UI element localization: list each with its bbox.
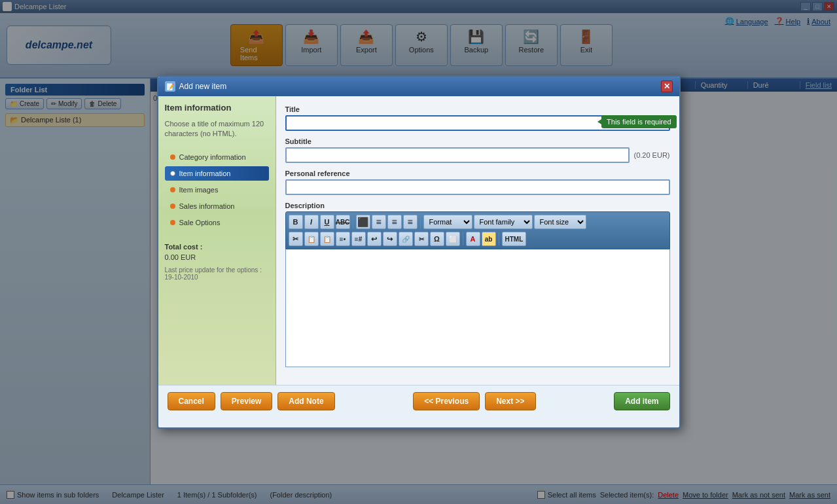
dot-sale-options xyxy=(170,220,175,225)
next-button[interactable]: Next >> xyxy=(485,392,535,410)
title-field-row: This field is required xyxy=(285,115,670,131)
cost-note: Last price update for the options : 19-1… xyxy=(165,266,269,281)
modal-icon: 📝 xyxy=(165,81,175,92)
left-panel-title: Item information xyxy=(165,103,269,113)
unlink-btn[interactable]: ✂ xyxy=(414,232,429,246)
toolbar-sep-2 xyxy=(420,215,421,228)
link-btn[interactable]: 🔗 xyxy=(399,232,413,246)
subtitle-input[interactable] xyxy=(285,147,630,163)
required-tooltip: This field is required xyxy=(601,115,676,128)
nav-item-info[interactable]: Item information xyxy=(165,166,269,181)
add-note-button[interactable]: Add Note xyxy=(277,392,334,410)
subtitle-group: Subtitle (0.20 EUR) xyxy=(285,137,670,163)
underline-btn[interactable]: U xyxy=(320,215,334,229)
right-panel: Title This field is required Subtitle (0… xyxy=(276,96,679,385)
nav-category[interactable]: Category information xyxy=(165,150,269,164)
personal-ref-field-row xyxy=(285,179,670,195)
align-center-btn[interactable]: ≡ xyxy=(372,215,386,229)
modal-title: Add new item xyxy=(179,82,227,91)
description-label: Description xyxy=(285,202,670,209)
special-char-btn[interactable]: Ω xyxy=(430,232,444,246)
undo-btn[interactable]: ↩ xyxy=(367,232,382,246)
bold-btn[interactable]: B xyxy=(289,215,303,229)
font-size-select[interactable]: Font size 8 10 12 xyxy=(534,215,586,229)
dot-category xyxy=(170,154,175,160)
personal-ref-input[interactable] xyxy=(285,179,670,195)
ordered-list-btn[interactable]: ≡# xyxy=(351,232,366,246)
modal-close-btn[interactable]: ✕ xyxy=(661,81,673,92)
unordered-list-btn[interactable]: ≡• xyxy=(336,232,350,246)
description-group: Description B I U ABC ⬛ ≡ ≡ ≡ xyxy=(285,202,670,369)
dot-sales xyxy=(170,204,175,209)
personal-ref-label: Personal reference xyxy=(285,170,670,177)
title-group: Title This field is required xyxy=(285,105,670,131)
copy-btn[interactable]: 📋 xyxy=(304,232,319,246)
toolbar-row-1: B I U ABC ⬛ ≡ ≡ ≡ Format xyxy=(289,215,667,229)
cancel-button[interactable]: Cancel xyxy=(168,392,215,410)
font-color-btn[interactable]: A xyxy=(466,232,480,246)
html-source-btn[interactable]: HTML xyxy=(502,232,527,246)
subtitle-cost: (0.20 EUR) xyxy=(633,151,669,159)
highlight-btn[interactable]: ab xyxy=(482,232,496,246)
font-family-select[interactable]: Font family Arial Times New Roman xyxy=(474,215,533,229)
modal-title-bar: 📝 Add new item ✕ xyxy=(158,77,679,96)
paste-btn[interactable]: 📋 xyxy=(320,232,334,246)
modal: 📝 Add new item ✕ Item information Choose… xyxy=(157,75,681,429)
strikethrough-btn[interactable]: ABC xyxy=(336,215,350,229)
previous-button[interactable]: << Previous xyxy=(413,392,480,410)
modal-footer: Cancel Preview Add Note << Previous Next… xyxy=(158,385,679,417)
justify-btn[interactable]: ≡ xyxy=(403,215,418,229)
toolbar-sep-1 xyxy=(353,215,353,228)
italic-btn[interactable]: I xyxy=(304,215,319,229)
description-textarea[interactable] xyxy=(285,249,670,367)
nav-images[interactable]: Item images xyxy=(165,183,269,197)
preview-button[interactable]: Preview xyxy=(221,392,272,410)
personal-ref-group: Personal reference xyxy=(285,170,670,195)
redo-btn[interactable]: ↪ xyxy=(383,232,397,246)
format-select[interactable]: Format Paragraph Heading 1 xyxy=(423,215,472,229)
subtitle-label: Subtitle xyxy=(285,137,670,145)
cost-value: 0.00 EUR xyxy=(165,253,269,261)
nav-sale-options[interactable]: Sale Options xyxy=(165,215,269,230)
toolbar-sep-4 xyxy=(499,232,499,245)
title-label: Title xyxy=(285,105,670,113)
dot-images xyxy=(170,187,175,192)
nav-sales[interactable]: Sales information xyxy=(165,199,269,213)
dot-item xyxy=(170,171,175,176)
cut-btn[interactable]: ✂ xyxy=(289,232,303,246)
add-item-button[interactable]: Add item xyxy=(614,392,669,410)
align-left-btn[interactable]: ⬛ xyxy=(356,215,370,229)
left-panel-hint: Choose a title of maximum 120 characters… xyxy=(165,119,269,139)
modal-body: Item information Choose a title of maxim… xyxy=(158,96,679,385)
cost-label: Total cost : xyxy=(165,243,269,251)
toolbar-sep-3 xyxy=(463,232,463,245)
editor-toolbar: B I U ABC ⬛ ≡ ≡ ≡ Format xyxy=(285,211,670,249)
cost-section: Total cost : 0.00 EUR Last price update … xyxy=(165,243,269,281)
align-right-btn[interactable]: ≡ xyxy=(387,215,402,229)
subtitle-field-row: (0.20 EUR) xyxy=(285,147,670,163)
left-panel: Item information Choose a title of maxim… xyxy=(158,96,276,385)
toolbar-row-2: ✂ 📋 📋 ≡• ≡# ↩ ↪ 🔗 ✂ Ω ⬜ A xyxy=(289,232,667,246)
modal-overlay: 📝 Add new item ✕ Item information Choose… xyxy=(0,0,837,504)
clear-btn[interactable]: ⬜ xyxy=(446,232,460,246)
